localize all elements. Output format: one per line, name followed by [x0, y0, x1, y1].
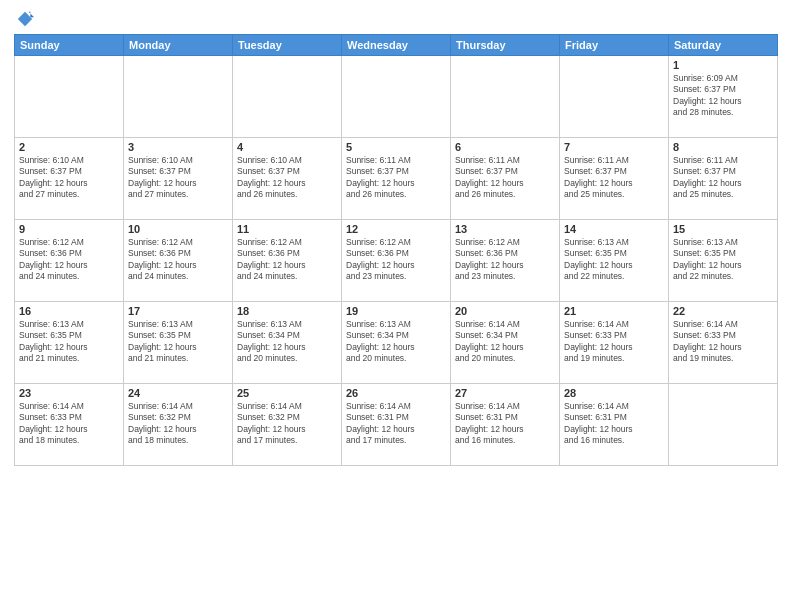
- calendar-cell: [342, 56, 451, 138]
- calendar-cell: 6Sunrise: 6:11 AM Sunset: 6:37 PM Daylig…: [451, 138, 560, 220]
- cell-day-info: Sunrise: 6:12 AM Sunset: 6:36 PM Dayligh…: [455, 237, 555, 283]
- calendar-cell: 23Sunrise: 6:14 AM Sunset: 6:33 PM Dayli…: [15, 384, 124, 466]
- cell-day-info: Sunrise: 6:14 AM Sunset: 6:32 PM Dayligh…: [237, 401, 337, 447]
- cell-day-info: Sunrise: 6:14 AM Sunset: 6:32 PM Dayligh…: [128, 401, 228, 447]
- calendar-header-monday: Monday: [124, 35, 233, 56]
- calendar-cell: [124, 56, 233, 138]
- calendar-header-sunday: Sunday: [15, 35, 124, 56]
- cell-day-number: 23: [19, 387, 119, 399]
- cell-day-number: 8: [673, 141, 773, 153]
- cell-day-info: Sunrise: 6:11 AM Sunset: 6:37 PM Dayligh…: [346, 155, 446, 201]
- cell-day-info: Sunrise: 6:10 AM Sunset: 6:37 PM Dayligh…: [19, 155, 119, 201]
- cell-day-number: 26: [346, 387, 446, 399]
- cell-day-info: Sunrise: 6:14 AM Sunset: 6:33 PM Dayligh…: [673, 319, 773, 365]
- calendar-header-saturday: Saturday: [669, 35, 778, 56]
- cell-day-info: Sunrise: 6:13 AM Sunset: 6:35 PM Dayligh…: [128, 319, 228, 365]
- calendar-cell: [15, 56, 124, 138]
- cell-day-number: 4: [237, 141, 337, 153]
- cell-day-info: Sunrise: 6:10 AM Sunset: 6:37 PM Dayligh…: [237, 155, 337, 201]
- calendar-cell: [669, 384, 778, 466]
- calendar-header-tuesday: Tuesday: [233, 35, 342, 56]
- calendar-cell: 4Sunrise: 6:10 AM Sunset: 6:37 PM Daylig…: [233, 138, 342, 220]
- calendar-cell: 12Sunrise: 6:12 AM Sunset: 6:36 PM Dayli…: [342, 220, 451, 302]
- calendar-cell: 11Sunrise: 6:12 AM Sunset: 6:36 PM Dayli…: [233, 220, 342, 302]
- cell-day-info: Sunrise: 6:13 AM Sunset: 6:35 PM Dayligh…: [673, 237, 773, 283]
- calendar-cell: 25Sunrise: 6:14 AM Sunset: 6:32 PM Dayli…: [233, 384, 342, 466]
- calendar-week-row: 23Sunrise: 6:14 AM Sunset: 6:33 PM Dayli…: [15, 384, 778, 466]
- cell-day-info: Sunrise: 6:09 AM Sunset: 6:37 PM Dayligh…: [673, 73, 773, 119]
- cell-day-info: Sunrise: 6:12 AM Sunset: 6:36 PM Dayligh…: [19, 237, 119, 283]
- calendar-cell: 9Sunrise: 6:12 AM Sunset: 6:36 PM Daylig…: [15, 220, 124, 302]
- calendar-cell: 8Sunrise: 6:11 AM Sunset: 6:37 PM Daylig…: [669, 138, 778, 220]
- cell-day-info: Sunrise: 6:11 AM Sunset: 6:37 PM Dayligh…: [564, 155, 664, 201]
- calendar-cell: 14Sunrise: 6:13 AM Sunset: 6:35 PM Dayli…: [560, 220, 669, 302]
- cell-day-info: Sunrise: 6:14 AM Sunset: 6:31 PM Dayligh…: [455, 401, 555, 447]
- cell-day-number: 11: [237, 223, 337, 235]
- calendar-header-thursday: Thursday: [451, 35, 560, 56]
- cell-day-number: 12: [346, 223, 446, 235]
- cell-day-number: 1: [673, 59, 773, 71]
- cell-day-number: 21: [564, 305, 664, 317]
- cell-day-number: 22: [673, 305, 773, 317]
- calendar-cell: 2Sunrise: 6:10 AM Sunset: 6:37 PM Daylig…: [15, 138, 124, 220]
- cell-day-number: 28: [564, 387, 664, 399]
- calendar-cell: 10Sunrise: 6:12 AM Sunset: 6:36 PM Dayli…: [124, 220, 233, 302]
- calendar-cell: [560, 56, 669, 138]
- cell-day-number: 17: [128, 305, 228, 317]
- cell-day-number: 16: [19, 305, 119, 317]
- calendar-cell: 27Sunrise: 6:14 AM Sunset: 6:31 PM Dayli…: [451, 384, 560, 466]
- calendar-cell: 16Sunrise: 6:13 AM Sunset: 6:35 PM Dayli…: [15, 302, 124, 384]
- calendar-cell: 7Sunrise: 6:11 AM Sunset: 6:37 PM Daylig…: [560, 138, 669, 220]
- cell-day-info: Sunrise: 6:10 AM Sunset: 6:37 PM Dayligh…: [128, 155, 228, 201]
- cell-day-info: Sunrise: 6:14 AM Sunset: 6:33 PM Dayligh…: [564, 319, 664, 365]
- calendar-week-row: 16Sunrise: 6:13 AM Sunset: 6:35 PM Dayli…: [15, 302, 778, 384]
- cell-day-info: Sunrise: 6:13 AM Sunset: 6:34 PM Dayligh…: [237, 319, 337, 365]
- header: [14, 10, 778, 28]
- calendar-cell: 24Sunrise: 6:14 AM Sunset: 6:32 PM Dayli…: [124, 384, 233, 466]
- cell-day-info: Sunrise: 6:11 AM Sunset: 6:37 PM Dayligh…: [673, 155, 773, 201]
- logo: [14, 10, 34, 28]
- cell-day-number: 20: [455, 305, 555, 317]
- calendar-cell: 1Sunrise: 6:09 AM Sunset: 6:37 PM Daylig…: [669, 56, 778, 138]
- cell-day-number: 7: [564, 141, 664, 153]
- cell-day-number: 18: [237, 305, 337, 317]
- calendar-week-row: 1Sunrise: 6:09 AM Sunset: 6:37 PM Daylig…: [15, 56, 778, 138]
- calendar-cell: 21Sunrise: 6:14 AM Sunset: 6:33 PM Dayli…: [560, 302, 669, 384]
- calendar-cell: 5Sunrise: 6:11 AM Sunset: 6:37 PM Daylig…: [342, 138, 451, 220]
- cell-day-number: 6: [455, 141, 555, 153]
- calendar-cell: 15Sunrise: 6:13 AM Sunset: 6:35 PM Dayli…: [669, 220, 778, 302]
- cell-day-number: 19: [346, 305, 446, 317]
- cell-day-number: 2: [19, 141, 119, 153]
- calendar-cell: 18Sunrise: 6:13 AM Sunset: 6:34 PM Dayli…: [233, 302, 342, 384]
- cell-day-info: Sunrise: 6:12 AM Sunset: 6:36 PM Dayligh…: [237, 237, 337, 283]
- calendar-cell: [233, 56, 342, 138]
- logo-icon: [16, 10, 34, 28]
- cell-day-number: 25: [237, 387, 337, 399]
- calendar-header-row: SundayMondayTuesdayWednesdayThursdayFrid…: [15, 35, 778, 56]
- cell-day-number: 24: [128, 387, 228, 399]
- calendar-header-friday: Friday: [560, 35, 669, 56]
- calendar-cell: [451, 56, 560, 138]
- cell-day-number: 3: [128, 141, 228, 153]
- cell-day-info: Sunrise: 6:14 AM Sunset: 6:33 PM Dayligh…: [19, 401, 119, 447]
- cell-day-info: Sunrise: 6:13 AM Sunset: 6:34 PM Dayligh…: [346, 319, 446, 365]
- calendar-week-row: 9Sunrise: 6:12 AM Sunset: 6:36 PM Daylig…: [15, 220, 778, 302]
- calendar-cell: 26Sunrise: 6:14 AM Sunset: 6:31 PM Dayli…: [342, 384, 451, 466]
- calendar-cell: 28Sunrise: 6:14 AM Sunset: 6:31 PM Dayli…: [560, 384, 669, 466]
- cell-day-info: Sunrise: 6:14 AM Sunset: 6:31 PM Dayligh…: [346, 401, 446, 447]
- page: SundayMondayTuesdayWednesdayThursdayFrid…: [0, 0, 792, 612]
- calendar-cell: 17Sunrise: 6:13 AM Sunset: 6:35 PM Dayli…: [124, 302, 233, 384]
- cell-day-info: Sunrise: 6:13 AM Sunset: 6:35 PM Dayligh…: [19, 319, 119, 365]
- calendar-cell: 22Sunrise: 6:14 AM Sunset: 6:33 PM Dayli…: [669, 302, 778, 384]
- calendar-cell: 13Sunrise: 6:12 AM Sunset: 6:36 PM Dayli…: [451, 220, 560, 302]
- cell-day-number: 5: [346, 141, 446, 153]
- cell-day-info: Sunrise: 6:14 AM Sunset: 6:34 PM Dayligh…: [455, 319, 555, 365]
- cell-day-number: 14: [564, 223, 664, 235]
- calendar-cell: 20Sunrise: 6:14 AM Sunset: 6:34 PM Dayli…: [451, 302, 560, 384]
- calendar-cell: 3Sunrise: 6:10 AM Sunset: 6:37 PM Daylig…: [124, 138, 233, 220]
- cell-day-info: Sunrise: 6:12 AM Sunset: 6:36 PM Dayligh…: [346, 237, 446, 283]
- cell-day-number: 13: [455, 223, 555, 235]
- cell-day-number: 27: [455, 387, 555, 399]
- cell-day-info: Sunrise: 6:12 AM Sunset: 6:36 PM Dayligh…: [128, 237, 228, 283]
- cell-day-number: 10: [128, 223, 228, 235]
